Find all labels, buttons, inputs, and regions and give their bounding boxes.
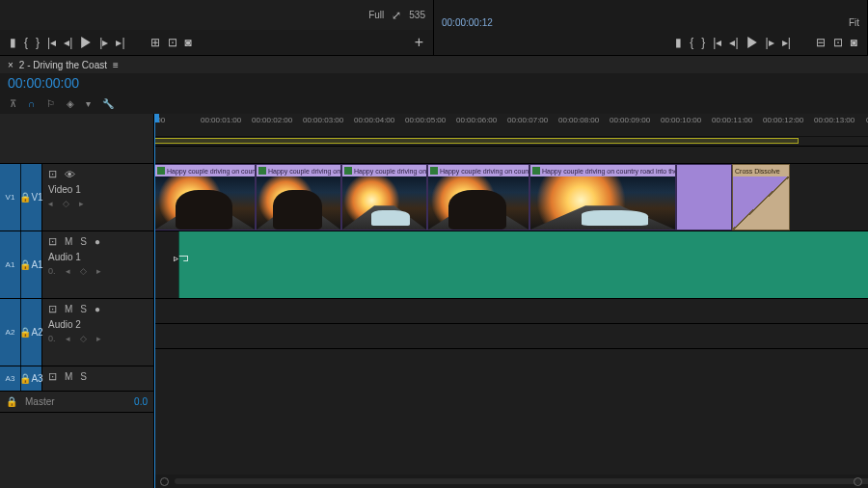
source-patch-a1[interactable]: A1 <box>0 231 21 298</box>
solo-button[interactable]: S <box>80 236 87 247</box>
source-patch-v1[interactable]: V1 <box>0 164 21 230</box>
insert-icon[interactable]: ⊞ <box>150 36 160 49</box>
goto-out-icon[interactable]: ▸| <box>116 36 124 49</box>
goto-in-icon[interactable]: |◂ <box>47 36 56 49</box>
zoom-handle-left[interactable] <box>160 477 169 486</box>
out-bracket-icon[interactable]: } <box>36 36 40 49</box>
time-ruler[interactable]: :0000:00:01:0000:00:02:0000:00:03:0000:0… <box>154 114 868 137</box>
playhead[interactable] <box>154 114 155 488</box>
mute-button[interactable]: M <box>65 304 72 314</box>
mute-button[interactable]: M <box>65 236 72 247</box>
play-icon[interactable] <box>80 37 92 48</box>
solo-button[interactable]: S <box>80 371 87 382</box>
track-lane-v1[interactable]: Happy couple driving on countHappy coupl… <box>154 164 868 231</box>
tab-close-x[interactable]: × <box>8 60 14 70</box>
step-back-icon[interactable]: ◂| <box>64 36 72 49</box>
wrench-icon[interactable]: 🔧 <box>102 98 114 109</box>
program-timecode[interactable]: 00:00:00:12 <box>442 17 493 28</box>
export-frame-icon[interactable]: ◙ <box>851 36 857 49</box>
track-lane-a1[interactable]: ▹⫎ <box>154 231 868 299</box>
panel-menu-icon[interactable]: ≡ <box>113 60 118 70</box>
transition-clip[interactable]: Cross Dissolve <box>732 164 790 230</box>
toggle-track-output-icon[interactable]: ⊡ <box>48 370 57 383</box>
step-fwd-icon[interactable]: |▸ <box>766 36 774 49</box>
ruler-tick: 00:00:13:00 <box>814 116 854 124</box>
out-bracket-icon[interactable]: } <box>701 36 705 49</box>
play-icon[interactable] <box>746 37 758 48</box>
track-name-master[interactable]: Master <box>25 396 55 407</box>
keyframe-next-icon[interactable]: ▸ <box>79 199 84 208</box>
mic-icon[interactable]: ● <box>95 304 100 314</box>
work-area-bar[interactable] <box>154 137 868 147</box>
track-name-a2[interactable]: Audio 2 <box>48 319 148 330</box>
marker-icon[interactable]: ▮ <box>10 36 16 49</box>
playhead-timecode[interactable]: 00:00:00:00 <box>8 75 79 91</box>
marker-icon[interactable]: ▮ <box>675 36 682 49</box>
extract-icon[interactable]: ⊡ <box>833 36 843 49</box>
source-transport: ▮ { } |◂ ◂| |▸ ▸| ⊞ ⊡ ◙ + <box>0 30 433 55</box>
timeline-zoom-scrollbar[interactable] <box>154 474 868 488</box>
target-v1[interactable]: 🔒 V1 <box>21 164 42 230</box>
source-patch-a3[interactable]: A3 <box>0 366 21 391</box>
keyframe-add-icon[interactable]: ◇ <box>80 334 87 343</box>
lift-icon[interactable]: ⊟ <box>816 36 826 49</box>
audio-clip[interactable] <box>178 231 868 298</box>
mute-button[interactable]: M <box>65 371 72 382</box>
step-back-icon[interactable]: ◂| <box>729 36 738 49</box>
keyframe-prev-icon[interactable]: ◂ <box>66 266 70 276</box>
goto-out-icon[interactable]: ▸| <box>782 36 791 49</box>
linked-sel-icon[interactable]: ⚐ <box>46 98 55 109</box>
video-clip[interactable]: Happy couple driving on c <box>341 164 427 230</box>
goto-in-icon[interactable]: |◂ <box>713 36 721 49</box>
fx-badge-icon <box>344 167 352 175</box>
track-lane-a3[interactable] <box>154 324 868 349</box>
video-clip[interactable]: Happy couple driving on c <box>256 164 341 230</box>
target-a2[interactable]: 🔒 A2 <box>21 299 42 366</box>
master-volume[interactable]: 0.0 <box>134 396 148 407</box>
keyframe-prev-icon[interactable]: ◂ <box>66 334 70 343</box>
insert-tool-icon[interactable]: ⊼ <box>10 98 16 109</box>
track-name-v1[interactable]: Video 1 <box>48 184 148 195</box>
toggle-track-output-icon[interactable]: ⊡ <box>48 303 57 315</box>
in-bracket-icon[interactable]: { <box>24 36 28 49</box>
sequence-tab[interactable]: × 2 - Driving the Coast ≡ <box>0 56 868 73</box>
export-frame-icon[interactable]: ◙ <box>185 36 192 49</box>
source-zoom-tool-icon[interactable]: ⤢ <box>392 9 401 22</box>
keyframe-next-icon[interactable]: ▸ <box>96 266 101 276</box>
clip-label: Happy couple driving on count <box>167 168 255 175</box>
overwrite-icon[interactable]: ⊡ <box>168 36 177 49</box>
solo-button[interactable]: S <box>80 304 87 314</box>
fx-badge-icon <box>157 167 165 175</box>
program-zoom-label[interactable]: Fit <box>849 17 859 28</box>
video-clip[interactable]: Happy couple driving on count <box>427 164 529 230</box>
marker-tool-icon[interactable]: ◈ <box>67 98 74 109</box>
source-patch-a2[interactable]: A2 <box>0 299 21 366</box>
track-volume-a1[interactable]: 0. <box>48 266 56 276</box>
keyframe-add-icon[interactable]: ◇ <box>80 266 87 276</box>
settings-icon[interactable]: ▾ <box>86 98 91 109</box>
ruler-tick: 00:00:09:00 <box>610 116 650 124</box>
keyframe-next-icon[interactable]: ▸ <box>96 334 101 343</box>
mic-icon[interactable]: ● <box>95 236 100 247</box>
video-clip[interactable] <box>676 164 732 230</box>
lock-icon[interactable]: 🔒 <box>6 396 17 407</box>
step-fwd-icon[interactable]: |▸ <box>99 36 108 49</box>
track-volume-a2[interactable]: 0. <box>48 334 56 343</box>
ruler-tick: 00:00:11:00 <box>712 116 752 124</box>
video-clip[interactable]: Happy couple driving on count <box>154 164 256 230</box>
keyframe-add-icon[interactable]: ◇ <box>63 199 69 208</box>
in-bracket-icon[interactable]: { <box>690 36 693 49</box>
video-clip[interactable]: Happy couple driving on country road int… <box>529 164 676 230</box>
track-name-a1[interactable]: Audio 1 <box>48 252 148 262</box>
zoom-handle-right[interactable] <box>854 477 862 486</box>
keyframe-prev-icon[interactable]: ◂ <box>48 199 53 208</box>
source-zoom-label[interactable]: Full <box>368 10 384 20</box>
track-lane-a2[interactable] <box>154 299 868 324</box>
target-a1[interactable]: 🔒 A1 <box>21 231 42 298</box>
eye-icon[interactable]: 👁 <box>65 169 75 180</box>
add-button-icon[interactable]: + <box>415 34 423 51</box>
snap-icon[interactable]: ∩ <box>28 98 35 109</box>
toggle-track-output-icon[interactable]: ⊡ <box>48 235 57 248</box>
toggle-track-output-icon[interactable]: ⊡ <box>48 168 57 180</box>
target-a3[interactable]: 🔒 A3 <box>21 366 42 391</box>
